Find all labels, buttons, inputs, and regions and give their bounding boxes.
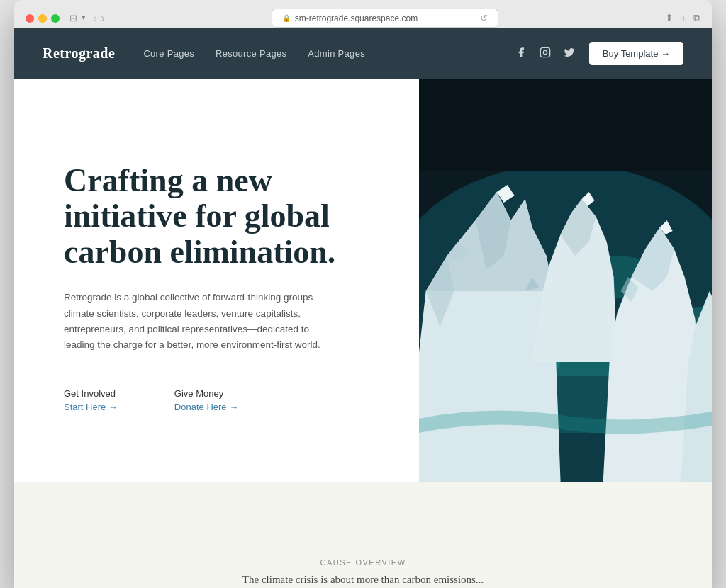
nav-social <box>515 47 575 60</box>
section-label: Cause Overview <box>320 558 406 567</box>
chrome-actions: ⬆ + ⧉ <box>665 12 700 24</box>
tabs-icon[interactable]: ⧉ <box>693 12 700 24</box>
cta-get-involved-link[interactable]: Start Here → <box>64 402 118 412</box>
hero-section: Crafting a new initiative for global car… <box>14 79 712 482</box>
buy-template-button[interactable]: Buy Template → <box>589 42 683 65</box>
address-bar-wrapper: 🔒 sm-retrograde.squarespace.com ↺ <box>112 9 658 28</box>
twitter-icon[interactable] <box>564 47 575 60</box>
hero-ctas: Get Involved Start Here → Give Money Don… <box>64 388 376 412</box>
facebook-icon[interactable] <box>515 47 527 60</box>
new-tab-icon[interactable]: + <box>681 12 686 24</box>
share-icon[interactable]: ⬆ <box>665 12 674 24</box>
window-controls: ⊡ ▾ <box>69 13 86 23</box>
site-nav: Retrograde Core Pages Resource Pages Adm… <box>14 28 712 79</box>
below-hero-section: Cause Overview The climate crisis is abo… <box>14 482 712 588</box>
nav-link-resource-pages[interactable]: Resource Pages <box>216 48 286 59</box>
cta-give-money-link[interactable]: Donate Here → <box>174 402 238 412</box>
section-teaser: The climate crisis is about more than ca… <box>214 574 512 586</box>
nav-link-core-pages[interactable]: Core Pages <box>143 48 194 59</box>
nav-link-admin-pages[interactable]: Admin Pages <box>308 48 365 59</box>
cta-give-money-label: Give Money <box>174 388 238 399</box>
address-bar[interactable]: 🔒 sm-retrograde.squarespace.com ↺ <box>272 9 498 28</box>
lock-icon: 🔒 <box>282 14 291 22</box>
url-text: sm-retrograde.squarespace.com <box>295 13 418 23</box>
instagram-icon[interactable] <box>540 47 551 60</box>
hero-left: Crafting a new initiative for global car… <box>14 79 419 482</box>
minimize-button[interactable] <box>38 14 47 23</box>
sidebar-toggle-icon[interactable]: ⊡ <box>69 13 77 23</box>
hero-image-panel <box>419 79 712 482</box>
cta-get-involved-label: Get Involved <box>64 388 118 399</box>
forward-button[interactable]: › <box>101 12 104 25</box>
cta-get-involved: Get Involved Start Here → <box>64 388 118 412</box>
nav-links: Core Pages Resource Pages Admin Pages <box>143 48 515 59</box>
close-button[interactable] <box>26 14 34 23</box>
back-button[interactable]: ‹ <box>93 12 96 25</box>
hero-heading: Crafting a new initiative for global car… <box>64 163 376 271</box>
hero-body: Retrograde is a global collective of for… <box>64 290 333 353</box>
traffic-lights <box>26 14 60 23</box>
svg-point-1 <box>543 50 547 54</box>
svg-rect-0 <box>540 47 549 57</box>
maximize-button[interactable] <box>51 14 60 23</box>
site-wrapper: Retrograde Core Pages Resource Pages Adm… <box>14 28 712 588</box>
browser-chrome: ⊡ ▾ ‹ › 🔒 sm-retrograde.squarespace.com … <box>14 0 712 28</box>
nav-brand: Retrograde <box>43 45 115 62</box>
reload-icon[interactable]: ↺ <box>480 13 488 23</box>
cta-give-money: Give Money Donate Here → <box>174 388 238 412</box>
chevron-down-icon: ▾ <box>82 13 86 23</box>
browser-window: ⊡ ▾ ‹ › 🔒 sm-retrograde.squarespace.com … <box>14 0 712 588</box>
nav-buttons: ‹ › <box>93 12 105 25</box>
svg-point-2 <box>547 49 548 50</box>
